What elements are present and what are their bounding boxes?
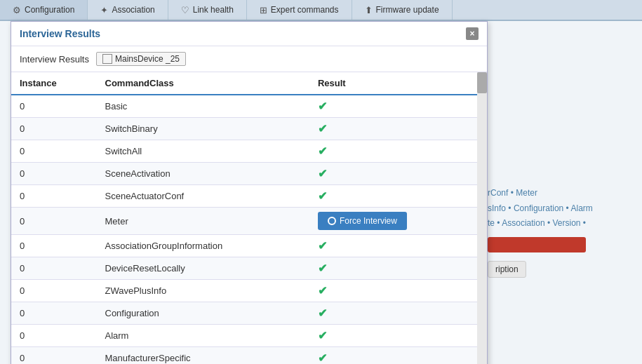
cell-result: ✔ — [309, 302, 477, 325]
firmware-update-icon: ⬆ — [365, 5, 373, 15]
table-row: 0AssociationGroupInformation✔ — [11, 235, 477, 257]
cell-instance: 0 — [11, 185, 97, 208]
bg-line-2: sInfo • Configuration • Alarm — [488, 201, 631, 217]
cell-instance: 0 — [11, 325, 97, 347]
cell-command: Basic — [97, 95, 309, 118]
force-interview-button[interactable]: Force Interview — [318, 212, 407, 230]
check-icon: ✔ — [318, 145, 327, 157]
modal-subheader: Interview Results MainsDevice _25 — [11, 46, 487, 72]
cell-instance: 0 — [11, 280, 97, 302]
cell-command: SceneActuatorConf — [97, 185, 309, 208]
modal-titlebar: Interview Results × — [11, 22, 487, 46]
table-row: 0DeviceResetLocally✔ — [11, 257, 477, 280]
cell-instance: 0 — [11, 208, 97, 235]
cell-result: ✔ — [309, 118, 477, 140]
tab-expert-commands-label: Expert commands — [271, 5, 339, 15]
table-row: 0ManufacturerSpecific✔ — [11, 347, 477, 365]
tab-link-health-label: Link health — [193, 5, 234, 15]
cell-command: Configuration — [97, 302, 309, 325]
check-icon: ✔ — [318, 285, 327, 297]
device-tag: MainsDevice _25 — [96, 52, 186, 66]
cell-command: Meter — [97, 208, 309, 235]
bg-line-3: te • Association • Version • — [488, 216, 631, 231]
cell-result: ✔ — [309, 140, 477, 163]
cell-result: ✔ — [309, 95, 477, 118]
check-icon: ✔ — [318, 262, 327, 274]
check-icon: ✔ — [318, 100, 327, 112]
tab-expert-commands[interactable]: ⊞ Expert commands — [247, 0, 352, 20]
cell-result: ✔ — [309, 325, 477, 347]
scroll-thumb[interactable] — [477, 72, 487, 93]
cell-result: Force Interview — [309, 208, 477, 235]
check-icon: ✔ — [318, 123, 327, 135]
col-instance: Instance — [11, 72, 97, 95]
cell-result: ✔ — [309, 185, 477, 208]
table-row: 0Alarm✔ — [11, 325, 477, 347]
cell-instance: 0 — [11, 118, 97, 140]
tab-firmware-update-label: Firmware update — [376, 5, 439, 15]
table-row: 0SwitchAll✔ — [11, 140, 477, 163]
cell-result: ✔ — [309, 347, 477, 365]
check-icon: ✔ — [318, 168, 327, 180]
check-icon: ✔ — [318, 330, 327, 342]
cell-command: DeviceResetLocally — [97, 257, 309, 280]
cell-instance: 0 — [11, 95, 97, 118]
tab-bar: ⚙ Configuration ✦ Association ♡ Link hea… — [0, 0, 642, 21]
table-row: 0SwitchBinary✔ — [11, 118, 477, 140]
tab-configuration[interactable]: ⚙ Configuration — [0, 0, 88, 20]
cell-command: AssociationGroupInformation — [97, 235, 309, 257]
tab-configuration-label: Configuration — [25, 5, 74, 15]
link-health-icon: ♡ — [181, 5, 189, 15]
cell-command: SceneActivation — [97, 163, 309, 185]
cell-command: SwitchBinary — [97, 118, 309, 140]
cell-command: Alarm — [97, 325, 309, 347]
modal-body: Instance CommandClass Result 0Basic✔0Swi… — [11, 72, 487, 364]
tab-association[interactable]: ✦ Association — [88, 0, 168, 20]
modal-close-button[interactable]: × — [466, 27, 479, 40]
check-icon: ✔ — [318, 352, 327, 364]
col-command-class: CommandClass — [97, 72, 309, 95]
table-row: 0Basic✔ — [11, 95, 477, 118]
tab-firmware-update[interactable]: ⬆ Firmware update — [352, 0, 453, 20]
cell-result: ✔ — [309, 163, 477, 185]
device-icon — [102, 54, 112, 64]
force-interview-label: Force Interview — [340, 216, 397, 226]
cell-instance: 0 — [11, 347, 97, 365]
association-icon: ✦ — [100, 5, 108, 15]
cell-instance: 0 — [11, 140, 97, 163]
bg-text-lines: rConf • Meter sInfo • Configuration • Al… — [488, 186, 631, 231]
cell-result: ✔ — [309, 235, 477, 257]
configuration-icon: ⚙ — [13, 5, 21, 15]
bg-red-bar — [488, 237, 586, 252]
cell-instance: 0 — [11, 302, 97, 325]
cell-result: ✔ — [309, 280, 477, 302]
expert-commands-icon: ⊞ — [260, 5, 267, 15]
modal-title: Interview Results — [20, 28, 100, 39]
table-row: 0Configuration✔ — [11, 302, 477, 325]
table-row: 0SceneActivation✔ — [11, 163, 477, 185]
table-row: 0ZWavePlusInfo✔ — [11, 280, 477, 302]
tab-link-health[interactable]: ♡ Link health — [168, 0, 247, 20]
table-row: 0MeterForce Interview — [11, 208, 477, 235]
device-name: MainsDevice _25 — [115, 54, 180, 64]
cell-command: ZWavePlusInfo — [97, 280, 309, 302]
col-result: Result — [309, 72, 477, 95]
description-button[interactable]: ription — [488, 261, 526, 278]
check-icon: ✔ — [318, 307, 327, 319]
tab-association-label: Association — [112, 5, 154, 15]
interview-results-modal: Interview Results × Interview Results Ma… — [11, 21, 488, 364]
cell-result: ✔ — [309, 257, 477, 280]
check-icon: ✔ — [318, 190, 327, 202]
scroll-track[interactable] — [477, 72, 487, 364]
cell-command: ManufacturerSpecific — [97, 347, 309, 365]
cell-instance: 0 — [11, 235, 97, 257]
results-table: Instance CommandClass Result 0Basic✔0Swi… — [11, 72, 477, 364]
button-circle-icon — [328, 217, 336, 225]
cell-instance: 0 — [11, 257, 97, 280]
cell-instance: 0 — [11, 163, 97, 185]
subheader-label: Interview Results — [20, 54, 89, 65]
cell-command: SwitchAll — [97, 140, 309, 163]
bg-line-1: rConf • Meter — [488, 186, 631, 201]
check-icon: ✔ — [318, 240, 327, 252]
table-row: 0SceneActuatorConf✔ — [11, 185, 477, 208]
